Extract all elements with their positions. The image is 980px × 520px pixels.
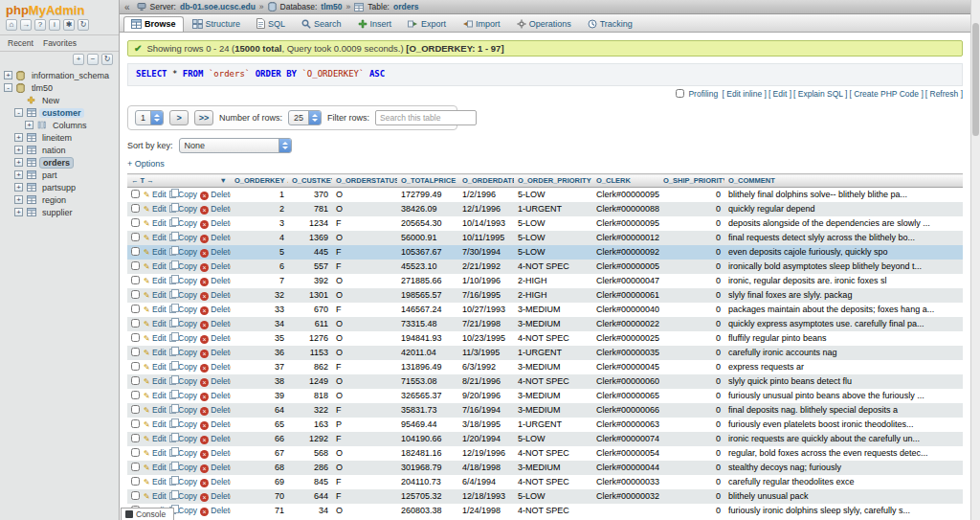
delete-link[interactable]: × Delete (200, 190, 231, 199)
tab-search[interactable]: Search (294, 16, 349, 32)
copy-link[interactable]: Copy (169, 491, 197, 501)
delete-link[interactable]: × Delete (200, 362, 231, 372)
copy-link[interactable]: Copy (169, 218, 197, 228)
delete-link[interactable]: × Delete (200, 477, 231, 486)
row-checkbox[interactable] (131, 477, 140, 486)
delete-link[interactable]: × Delete (200, 391, 231, 400)
row-checkbox[interactable] (131, 305, 140, 313)
copy-link[interactable]: Copy (169, 305, 197, 314)
row-checkbox[interactable] (131, 247, 140, 256)
edit-link[interactable]: ✎ Edit (144, 491, 167, 501)
delete-link[interactable]: × Delete (200, 305, 231, 314)
copy-link[interactable]: Copy (169, 290, 197, 300)
tab-tracking[interactable]: Tracking (580, 16, 640, 32)
edit-link[interactable]: ✎ Edit (144, 463, 167, 472)
delete-link[interactable]: × Delete (200, 233, 231, 242)
reload-icon[interactable]: ↻ (78, 19, 89, 31)
copy-link[interactable]: Copy (169, 405, 197, 415)
delete-link[interactable]: × Delete (200, 419, 231, 429)
row-checkbox[interactable] (131, 261, 140, 270)
delete-link[interactable]: × Delete (200, 319, 231, 328)
delete-link[interactable]: × Delete (200, 348, 231, 357)
expand-all-icon[interactable]: + (73, 54, 84, 65)
copy-link[interactable]: Copy (169, 376, 197, 386)
delete-link[interactable]: × Delete (200, 290, 231, 300)
row-checkbox[interactable] (131, 448, 140, 457)
page-select[interactable]: 1 (135, 110, 164, 125)
row-checkbox[interactable] (131, 348, 140, 356)
copy-link[interactable]: Copy (169, 348, 197, 357)
with-selected-dropdown-icon[interactable]: ▼ (220, 176, 227, 185)
info-icon[interactable]: i (49, 19, 60, 31)
tree-item-region[interactable]: +region (0, 193, 119, 206)
sort-column-o-orderkey[interactable]: O_ORDERKEY (234, 176, 285, 185)
sort-column-o-totalprice[interactable]: O_TOTALPRICE (401, 176, 456, 185)
tree-item-partsupp[interactable]: +partsupp (0, 181, 119, 193)
delete-link[interactable]: × Delete (200, 276, 231, 285)
sort-column-o-custkey[interactable]: O_CUSTKEY (292, 176, 332, 185)
edit-link[interactable]: ✎ Edit (144, 218, 167, 228)
delete-link[interactable]: × Delete (200, 463, 231, 472)
sort-column-o-ship-priority[interactable]: O_SHIP_PRIORITY (663, 176, 724, 185)
edit-link[interactable]: ✎ Edit (144, 305, 167, 314)
edit-link[interactable]: ✎ Edit (144, 319, 167, 328)
row-checkbox[interactable] (131, 218, 140, 227)
delete-link[interactable]: × Delete (200, 405, 231, 415)
options-toggle[interactable]: + Options (127, 159, 165, 169)
edit-link[interactable]: ✎ Edit (144, 448, 167, 458)
home-icon[interactable]: ⌂ (6, 19, 17, 31)
edit-link[interactable]: ✎ Edit (144, 290, 167, 300)
tree-item-orders[interactable]: +orders (0, 156, 119, 169)
delete-link[interactable]: × Delete (200, 261, 231, 271)
collapse-all-icon[interactable]: − (87, 54, 99, 65)
tree-expander-icon[interactable]: + (14, 158, 23, 167)
tree-expander-icon[interactable]: - (4, 83, 12, 92)
next-page-button[interactable]: > (169, 110, 189, 125)
delete-link[interactable]: × Delete (200, 218, 231, 228)
delete-link[interactable]: × Delete (200, 448, 231, 458)
row-checkbox[interactable] (131, 405, 140, 414)
sort-column-o-comment[interactable]: O_COMMENT (728, 176, 775, 185)
tree-expander-icon[interactable]: + (14, 133, 23, 142)
refresh-nav-icon[interactable]: ↻ (101, 54, 113, 65)
database-link[interactable]: tlm50 (321, 2, 342, 11)
copy-link[interactable]: Copy (169, 247, 197, 257)
scrollbar-thumb[interactable] (972, 23, 979, 136)
row-checkbox[interactable] (131, 376, 140, 385)
delete-link[interactable]: × Delete (200, 376, 231, 386)
copy-link[interactable]: Copy (169, 448, 197, 458)
table-link[interactable]: orders (393, 2, 418, 11)
sql-action-explain-sql[interactable]: Explain SQL (798, 89, 843, 99)
edit-link[interactable]: ✎ Edit (144, 419, 167, 429)
row-checkbox[interactable] (131, 190, 140, 198)
tree-item-supplier[interactable]: +supplier (0, 206, 119, 218)
delete-link[interactable]: × Delete (200, 247, 231, 257)
edit-link[interactable]: ✎ Edit (144, 247, 167, 257)
collapse-nav-button[interactable]: « (124, 2, 130, 12)
tree-expander-icon[interactable]: + (4, 71, 12, 79)
recent-tab[interactable]: Recent (8, 38, 33, 48)
tree-item-information-schema[interactable]: +information_schema (0, 69, 119, 81)
favorites-tab[interactable]: Favorites (43, 38, 77, 48)
edit-link[interactable]: ✎ Edit (144, 190, 167, 199)
docs-icon[interactable]: ? (34, 19, 46, 31)
edit-link[interactable]: ✎ Edit (144, 261, 167, 271)
row-checkbox[interactable] (131, 463, 140, 471)
copy-link[interactable]: Copy (169, 333, 197, 343)
delete-link[interactable]: × Delete (200, 506, 231, 515)
tree-item-lineitem[interactable]: +lineitem (0, 131, 119, 144)
tab-import[interactable]: Import (455, 16, 508, 32)
row-checkbox[interactable] (131, 319, 140, 328)
edit-link[interactable]: ✎ Edit (144, 333, 167, 343)
sort-key-select[interactable]: None (179, 138, 292, 153)
phpmyadmin-logo[interactable]: phpMyAdmin (0, 0, 119, 18)
tree-item-new[interactable]: New (0, 94, 119, 106)
sql-action-edit[interactable]: Edit (773, 89, 788, 99)
copy-link[interactable]: Copy (169, 233, 197, 242)
row-checkbox[interactable] (131, 419, 140, 428)
row-checkbox[interactable] (131, 333, 140, 342)
row-checkbox[interactable] (131, 391, 140, 399)
copy-link[interactable]: Copy (169, 434, 197, 443)
tree-expander-icon[interactable]: + (14, 170, 23, 179)
tab-operations[interactable]: Operations (509, 16, 579, 32)
